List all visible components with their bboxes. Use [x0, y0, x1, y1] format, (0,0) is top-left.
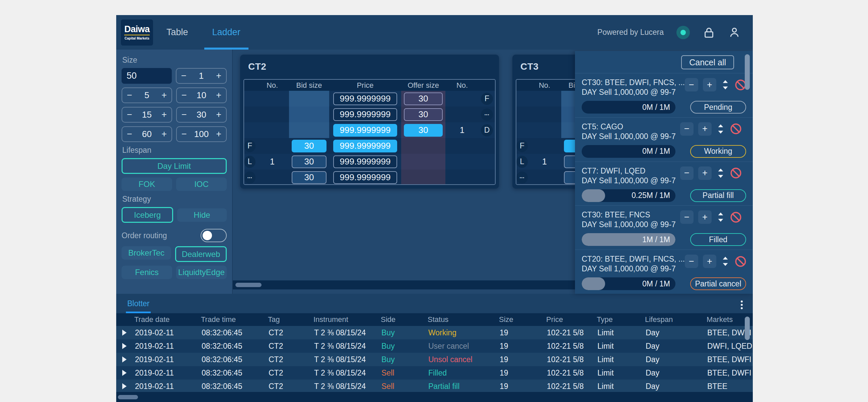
venue-badge[interactable]: L [516, 156, 528, 168]
minus-icon[interactable]: − [181, 71, 187, 81]
plus-icon[interactable]: + [698, 166, 712, 180]
col-header-no-bid: No. [528, 81, 561, 90]
plus-icon[interactable]: + [161, 110, 167, 119]
best-bid-size-cell[interactable]: 30 [292, 140, 327, 152]
tab-ladder[interactable]: Ladder [210, 15, 243, 50]
venue-fenics-button[interactable]: Fenics [122, 266, 172, 279]
best-bid-price-cell[interactable]: 999.9999999 [333, 140, 397, 152]
bid-size-cell[interactable]: 30 [292, 171, 327, 184]
venue-dealerweb-button[interactable]: Dealerweb [175, 246, 227, 262]
lifespan-ioc-button[interactable]: IOC [176, 178, 227, 191]
minus-icon[interactable]: − [680, 122, 693, 136]
minus-icon[interactable]: − [685, 78, 698, 91]
lifespan-fok-button[interactable]: FOK [122, 178, 172, 191]
blotter-vertical-scrollbar-thumb[interactable] [745, 316, 750, 340]
ladder-scrollbar-thumb[interactable] [236, 283, 261, 287]
lock-icon[interactable] [703, 26, 715, 39]
venue-badge[interactable]: D [481, 124, 493, 136]
side-cell: Sell [379, 382, 426, 391]
minus-icon[interactable]: − [685, 255, 698, 268]
offer-size-cell[interactable]: 30 [404, 92, 443, 105]
status-badge: Partial fill [690, 189, 746, 202]
minus-icon[interactable]: − [127, 130, 132, 139]
tab-blotter[interactable]: Blotter [127, 294, 149, 313]
minus-icon[interactable]: − [182, 91, 187, 100]
expand-row-icon[interactable] [122, 370, 127, 376]
bid-size-cell[interactable]: 30 [292, 155, 327, 168]
trade-date-cell: 2019-02-11 [132, 355, 199, 364]
plus-icon[interactable]: + [698, 210, 712, 224]
expand-row-icon[interactable] [122, 330, 127, 336]
plus-icon[interactable]: + [216, 130, 221, 139]
price-cell[interactable]: 999.9999999 [333, 92, 397, 105]
plus-icon[interactable]: + [216, 91, 221, 100]
sort-icon[interactable] [716, 123, 725, 135]
venue-brokertec-button[interactable]: BrokerTec [122, 246, 171, 259]
price-cell[interactable]: 999.9999999 [333, 108, 397, 121]
minus-icon[interactable]: − [680, 166, 693, 180]
venue-badge[interactable]: F [516, 140, 528, 152]
blotter-scrollbar-thumb[interactable] [118, 395, 138, 399]
size-input[interactable] [122, 68, 172, 84]
order-detail: DAY Sell 1,000,000 @ 99-7 [582, 220, 676, 229]
plus-icon[interactable]: + [216, 110, 221, 119]
order-routing-toggle[interactable] [200, 229, 227, 242]
plus-icon[interactable]: + [161, 91, 167, 100]
col-header-bid-size: Bid size [289, 81, 329, 90]
sort-icon[interactable] [721, 79, 730, 90]
cancel-order-icon[interactable] [734, 255, 747, 268]
col-status: Status [426, 315, 497, 324]
more-venues-badge[interactable]: ••• [244, 172, 255, 184]
price-cell[interactable]: 999.9999999 [333, 171, 397, 184]
more-venues-badge[interactable]: ••• [481, 109, 493, 121]
minus-icon[interactable]: − [182, 110, 187, 119]
strategy-iceberg-button[interactable]: Iceberg [122, 207, 173, 223]
lifespan-day-limit-button[interactable]: Day Limit [122, 158, 227, 174]
venue-badge[interactable]: F [244, 140, 255, 152]
plus-icon[interactable]: + [703, 255, 716, 268]
venue-badge[interactable]: F [481, 93, 493, 105]
order-card: CT30: BTEE, DWFI, FNCS, ... DAY Sell 1,0… [575, 73, 753, 118]
minus-icon[interactable]: − [182, 130, 187, 139]
col-trade-date: Trade date [132, 315, 199, 324]
plus-icon[interactable]: + [703, 78, 716, 91]
cancel-order-icon[interactable] [730, 211, 742, 223]
venue-badge[interactable]: L [244, 156, 255, 168]
size-cell: 19 [497, 355, 544, 364]
strategy-hide-button[interactable]: Hide [177, 208, 227, 222]
price-cell[interactable]: 999.9999999 [333, 155, 397, 168]
cancel-all-button[interactable]: Cancel all [681, 55, 734, 69]
plus-icon[interactable]: + [698, 122, 712, 136]
minus-icon[interactable]: − [127, 91, 132, 100]
best-offer-price-cell[interactable]: 999.9999999 [333, 124, 397, 137]
best-offer-size-cell[interactable]: 30 [404, 124, 443, 137]
cancel-order-icon[interactable] [730, 167, 742, 179]
plus-icon[interactable]: + [216, 71, 221, 81]
markets-cell: BTEE [705, 382, 753, 391]
sort-icon[interactable] [716, 211, 725, 223]
size-stepper-10: − 10 + [176, 87, 227, 103]
status-cell: Filled [426, 369, 497, 377]
tab-table[interactable]: Table [164, 15, 190, 50]
expand-row-icon[interactable] [122, 357, 127, 363]
user-icon[interactable] [728, 26, 741, 39]
orders-scrollbar-thumb[interactable] [745, 54, 750, 90]
kebab-menu-icon[interactable] [739, 298, 744, 312]
side-cell: Sell [379, 369, 426, 377]
venue-liquidtyedge-button[interactable]: LiquidtyEdge [176, 266, 227, 279]
size-cell: 19 [497, 382, 544, 391]
col-trade-time: Trade time [199, 315, 266, 324]
expand-row-icon[interactable] [122, 343, 127, 349]
minus-icon[interactable]: − [680, 210, 693, 224]
lifespan-cell: Day [643, 328, 705, 337]
status-badge: Working [690, 145, 746, 158]
offer-size-cell[interactable]: 30 [404, 108, 443, 121]
order-detail: DAY Sell 1,000,000 @ 99-7 [582, 87, 685, 97]
more-venues-badge[interactable]: ••• [516, 172, 528, 184]
minus-icon[interactable]: − [127, 110, 132, 119]
plus-icon[interactable]: + [161, 130, 167, 139]
cancel-order-icon[interactable] [730, 123, 742, 135]
expand-row-icon[interactable] [122, 383, 127, 389]
sort-icon[interactable] [716, 167, 725, 179]
sort-icon[interactable] [721, 256, 730, 267]
